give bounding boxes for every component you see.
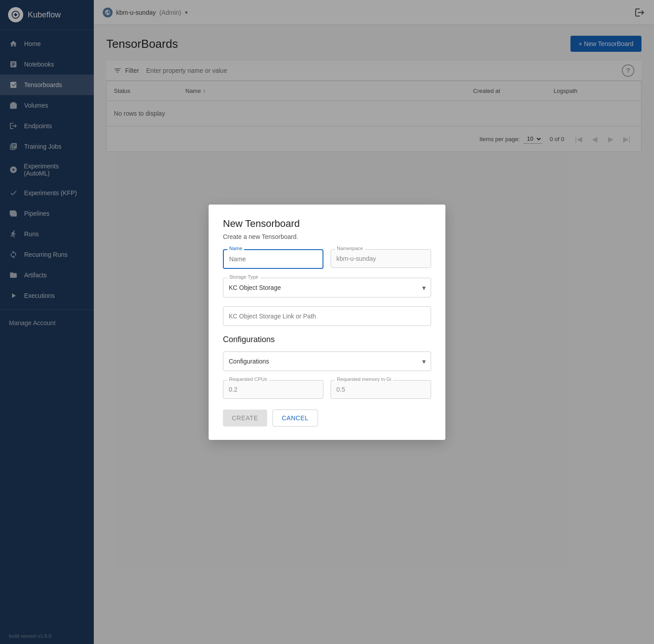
- dialog-actions: CREATE CANCEL: [223, 410, 431, 427]
- cancel-button[interactable]: CANCEL: [272, 410, 318, 427]
- path-input[interactable]: [223, 306, 431, 326]
- memory-field-group: Requested memory in Gi: [331, 380, 431, 399]
- configurations-select[interactable]: Configurations: [223, 351, 431, 371]
- storage-type-group: Storage Type KC Object Storage PVC ▾: [223, 278, 431, 297]
- storage-type-label: Storage Type: [227, 274, 260, 280]
- memory-label: Requested memory in Gi: [335, 376, 393, 382]
- name-input[interactable]: [223, 249, 323, 269]
- dialog-title: New Tensorboard: [223, 218, 431, 230]
- modal-overlay: New Tensorboard Create a new Tensorboard…: [0, 0, 654, 644]
- namespace-label: Namespace: [335, 246, 365, 251]
- memory-input[interactable]: [331, 380, 431, 399]
- cpu-field-group: Requested CPUs: [223, 380, 323, 399]
- create-button[interactable]: CREATE: [223, 410, 267, 427]
- configurations-title: Configurations: [223, 335, 431, 344]
- cpu-label: Requested CPUs: [227, 376, 269, 382]
- namespace-field-group: Namespace: [331, 249, 431, 269]
- namespace-input[interactable]: [331, 249, 431, 268]
- cpu-memory-row: Requested CPUs Requested memory in Gi: [223, 380, 431, 399]
- name-label: Name: [227, 246, 244, 251]
- dialog-subtitle: Create a new Tensorboard.: [223, 233, 431, 240]
- new-tensorboard-dialog: New Tensorboard Create a new Tensorboard…: [209, 205, 445, 440]
- cpu-input[interactable]: [223, 380, 323, 399]
- configurations-group: Configurations ▾: [223, 351, 431, 371]
- name-field-group: Name: [223, 249, 323, 269]
- storage-type-select[interactable]: KC Object Storage PVC: [223, 278, 431, 297]
- name-namespace-row: Name Namespace: [223, 249, 431, 269]
